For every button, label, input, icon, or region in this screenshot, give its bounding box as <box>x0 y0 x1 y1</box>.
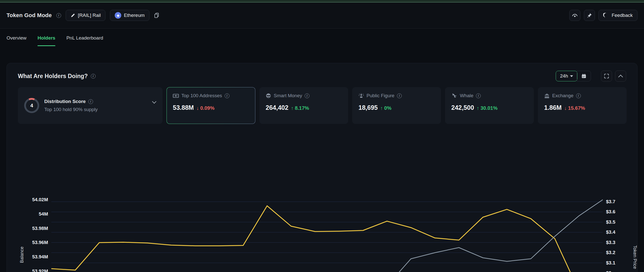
time-range-dropdown[interactable]: 24h <box>556 71 577 81</box>
holders-chart: 54.02M54M53.98M53.96M53.94M53.92M53.9M53… <box>7 126 638 272</box>
stat-label: Whale <box>460 93 473 98</box>
stat-label: Top 100 Addresses <box>181 93 222 98</box>
fullscreen-icon <box>604 74 609 79</box>
stat-change: ↓ 0.09% <box>196 105 214 111</box>
feedback-label: Feedback <box>612 13 633 18</box>
stat-card-top100[interactable]: Top 100 Addresses i 53.88M ↓ 0.09% <box>167 87 255 124</box>
info-icon: i <box>225 93 229 98</box>
copy-icon[interactable] <box>154 12 159 18</box>
info-icon: i <box>305 93 309 98</box>
stat-label: Exchange <box>552 93 574 98</box>
tab-overview[interactable]: Overview <box>7 28 26 48</box>
chevron-down-icon[interactable] <box>152 99 156 104</box>
pin-button[interactable] <box>584 10 595 21</box>
tab-holders[interactable]: Holders <box>37 28 55 48</box>
stat-card-smart-money[interactable]: Smart Money i 264,402 ↑ 8.17% <box>259 87 348 124</box>
info-icon: i <box>56 13 61 18</box>
y-axis-tick-balance: 53.98M <box>15 226 48 231</box>
info-icon: i <box>397 93 402 98</box>
fullscreen-button[interactable] <box>601 71 612 82</box>
panel-title: What Are Holders Doing? <box>18 73 88 80</box>
stat-card-public-figure[interactable]: Public Figure i 18,695 ↑ 0% <box>352 87 441 124</box>
chart-plot-area <box>51 197 603 272</box>
y-axis-tick-price: $3.4 <box>606 229 639 235</box>
series-line-balance <box>51 206 603 272</box>
holder-stat-cards: 4 Distribution Score i Top 100 hold 90% … <box>18 87 627 124</box>
chevron-down-icon <box>570 75 573 77</box>
y-axis-tick-price: $3.6 <box>606 209 639 215</box>
chat-bubble-icon <box>603 12 609 18</box>
stat-change: ↑ 30.01% <box>476 105 497 111</box>
y-axis-tick-price: $3.5 <box>606 219 639 225</box>
exchange-bank-icon <box>544 93 550 98</box>
stat-change: ↓ 15.67% <box>564 105 585 111</box>
app-header: Token God Mode i [RAIL] Rail ◆ Ethereum … <box>0 3 644 28</box>
public-figure-icon <box>358 93 364 98</box>
distribution-score-gauge: 4 <box>24 98 39 113</box>
stat-value: 18,695 <box>358 104 378 111</box>
chain-select-label: Ethereum <box>124 13 144 18</box>
info-icon: i <box>91 74 96 79</box>
stat-value: 53.88M <box>173 104 194 111</box>
calendar-button[interactable] <box>577 71 591 81</box>
ethereum-icon: ◆ <box>115 12 121 19</box>
top-accent-strip <box>0 0 644 3</box>
y-axis-tick-balance: 54.02M <box>15 197 48 202</box>
time-range-value: 24h <box>560 73 568 79</box>
tab-pnl-leaderboard[interactable]: PnL Leaderboard <box>66 28 103 48</box>
smart-money-icon <box>266 93 271 98</box>
y-axis-title-balance: Balance <box>19 235 25 272</box>
collapse-button[interactable] <box>615 71 626 82</box>
banknote-icon <box>173 93 179 98</box>
stat-card-exchange[interactable]: Exchange i 1.86M ↓ 15.67% <box>538 87 627 124</box>
token-select-button[interactable]: [RAIL] Rail <box>66 10 106 21</box>
stat-card-whale[interactable]: Whale i 242,500 ↑ 30.01% <box>445 87 534 124</box>
y-axis-tick-price: $3.7 <box>606 199 639 205</box>
chain-select-button[interactable]: ◆ Ethereum <box>110 10 149 21</box>
distribution-score-label: Distribution Score <box>44 99 86 104</box>
stat-value: 1.86M <box>544 104 561 111</box>
y-axis-title-price: Token Price <box>632 237 637 272</box>
stat-change: ↑ 0% <box>380 105 391 111</box>
whale-icon <box>451 93 457 98</box>
tab-bar: Overview Holders PnL Leaderboard <box>0 28 644 47</box>
feedback-button[interactable]: Feedback <box>598 10 637 21</box>
stat-label: Public Figure <box>367 93 394 98</box>
time-range-control: 24h <box>556 71 591 81</box>
holders-activity-panel: What Are Holders Doing? i 24h <box>7 63 637 272</box>
info-icon: i <box>476 93 481 98</box>
calendar-icon <box>581 73 587 79</box>
pin-icon <box>587 13 592 18</box>
stat-label: Smart Money <box>274 93 302 98</box>
info-icon: i <box>88 99 93 104</box>
series-line-price <box>51 200 603 272</box>
stat-change: ↑ 8.17% <box>291 105 309 111</box>
smart-alert-button[interactable] <box>569 10 580 21</box>
watch-icon <box>572 13 578 18</box>
y-axis-tick-balance: 54M <box>15 211 48 217</box>
chevron-up-icon <box>618 75 623 78</box>
token-select-label: [RAIL] Rail <box>78 13 101 18</box>
distribution-score-card[interactable]: 4 Distribution Score i Top 100 hold 90% … <box>18 87 163 124</box>
page-title: Token God Mode <box>7 12 52 19</box>
distribution-score-value: 4 <box>26 100 37 111</box>
stat-value: 264,402 <box>266 104 288 111</box>
pencil-icon <box>70 13 75 18</box>
distribution-score-subtitle: Top 100 hold 90% supply <box>44 107 98 112</box>
info-icon: i <box>576 93 581 98</box>
stat-value: 242,500 <box>451 104 474 111</box>
